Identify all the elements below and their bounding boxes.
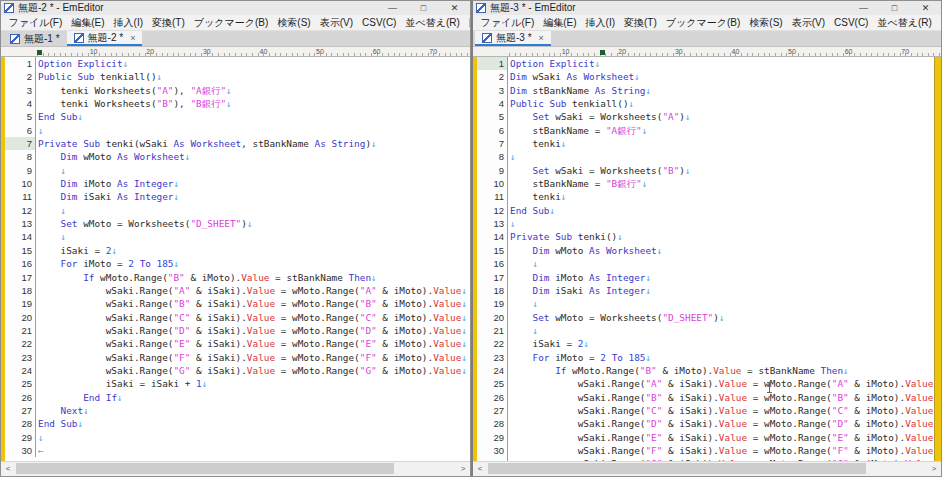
code-line: 24 wSaki.Range("G" & iSaki).Value = wMot… [1,364,470,377]
code-line: 30← [1,444,470,457]
scroll-right-arrow[interactable]: > [456,462,470,476]
code-text: wSaki.Range("E" & iSaki).Value = wMoto.R… [36,337,467,350]
menu-item[interactable]: 挿入(I) [109,15,147,30]
minimize-button[interactable]: — [848,1,879,15]
document-tab[interactable]: 無題-3 *× [475,31,551,46]
maximize-button[interactable]: □ [879,1,910,15]
linebreak-marker: ↓ [510,218,516,229]
line-number: 8 [499,150,504,163]
code-text: Dim wSaki As Worksheet↓ [508,70,640,83]
desktop: 無題-2 * - EmEditor — □ ✕ ファイル(F)編集(E)挿入(I… [0,0,942,477]
code-line: 25 iSaki = iSaki + 1↓ [1,377,470,390]
line-number: 20 [21,311,32,324]
maximize-button[interactable]: □ [408,1,439,15]
menu-item[interactable]: 検索(S) [745,15,787,30]
tab-close-icon[interactable]: × [130,33,135,43]
code-line: 9 ↓ [1,164,470,177]
line-number: 21 [493,324,504,337]
code-text: wSaki.Range("B" & iSaki).Value = wMoto.R… [508,391,939,404]
code-text: wSaki.Range("G" & iSaki).Value = wMoto.R… [36,364,467,377]
line-number-gutter: 9 [473,164,508,177]
titlebar[interactable]: 無題-3 * - EmEditor — □ ✕ [473,1,941,15]
line-number-gutter: 26 [473,391,508,404]
menu-item[interactable]: 編集(E) [539,15,581,30]
document-tab[interactable]: 無題-2 *× [67,31,143,46]
close-button[interactable]: ✕ [439,1,470,15]
line-number-gutter: 15 [1,244,36,257]
menu-item[interactable]: CSV(C) [358,15,401,30]
menu-item[interactable]: 変換(T) [148,15,190,30]
menu-item[interactable]: 比較(O) [464,15,471,30]
ruler-column-label: 40 [259,47,267,56]
linebreak-marker: ↓ [226,85,232,96]
code-text: Public Sub tenkiall()↓ [508,97,634,110]
horizontal-scrollbar[interactable]: < > [1,461,470,476]
close-button[interactable]: ✕ [910,1,941,15]
menu-item[interactable]: ブックマーク(B) [661,15,745,30]
code-text: wSaki.Range("F" & iSaki).Value = wMoto.R… [36,351,467,364]
line-number: 26 [493,391,504,404]
line-number: 18 [21,284,32,297]
tab-close-icon[interactable]: × [539,33,544,43]
code-editor-area[interactable]: 1Option Explicit↓2Dim wSaki As Worksheet… [473,57,941,461]
menu-item[interactable]: ファイル(F) [4,15,67,30]
scrollbar-thumb[interactable] [16,463,394,474]
linebreak-marker: ↓ [645,85,651,96]
code-line: 10 stBankName = "B銀行"↓ [473,177,941,190]
linebreak-marker: ↓ [173,178,179,189]
menu-item[interactable]: 比較(O) [936,15,942,30]
scroll-right-arrow[interactable]: > [927,462,941,476]
code-line: 9 Set wSaki = Worksheets("B")↓ [473,164,941,177]
line-number-gutter: 25 [473,377,508,390]
code-line: 6 stBankName = "A銀行"↓ [473,124,941,137]
line-number-gutter: 28 [1,417,36,430]
menu-item[interactable]: ファイル(F) [476,15,539,30]
menu-item[interactable]: 挿入(I) [581,15,619,30]
linebreak-marker: ↓ [719,312,725,323]
linebreak-marker: ↓ [843,365,849,376]
line-number: 27 [21,404,32,417]
line-number-gutter: 12 [473,204,508,217]
line-number: 5 [499,110,504,123]
code-editor-area[interactable]: 1Option Explicit↓2Public Sub tenkiall()↓… [1,57,470,461]
line-number: 22 [21,337,32,350]
line-number: 28 [493,417,504,430]
linebreak-marker: ↓ [461,298,467,309]
scrollbar-change-markers[interactable] [934,57,941,461]
line-number: 19 [21,297,32,310]
line-number: 20 [493,311,504,324]
minimize-button[interactable]: — [377,1,408,15]
menu-item[interactable]: 変換(T) [620,15,662,30]
line-number: 17 [21,271,32,284]
scrollbar-thumb[interactable] [488,463,866,474]
document-tab[interactable]: 無題-1 * [3,31,67,46]
emeditor-window-left: 無題-2 * - EmEditor — □ ✕ ファイル(F)編集(E)挿入(I… [0,0,471,477]
line-number: 12 [493,204,504,217]
menu-item[interactable]: 編集(E) [67,15,109,30]
line-number: 7 [499,137,504,150]
window-title: 無題-2 * - EmEditor [18,1,104,15]
line-number: 8 [27,150,32,163]
linebreak-marker: ↓ [617,231,623,242]
code-text: If wMoto.Range("B" & iMoto).Value = stBa… [36,271,377,284]
menu-item[interactable]: CSV(C) [830,15,873,30]
menu-item[interactable]: 並べ替え(R) [873,15,936,30]
line-number-gutter: 30 [1,444,36,457]
line-number-gutter: 18 [1,284,36,297]
line-number-gutter: 15 [473,244,508,257]
menu-item[interactable]: 並べ替え(R) [401,15,464,30]
menu-item[interactable]: ブックマーク(B) [189,15,273,30]
line-number-gutter: 24 [1,364,36,377]
titlebar[interactable]: 無題-2 * - EmEditor — □ ✕ [1,1,470,15]
scroll-left-arrow[interactable]: < [1,462,15,476]
scroll-left-arrow[interactable]: < [473,462,487,476]
line-number-gutter: 1 [1,57,36,70]
menu-item[interactable]: 検索(S) [273,15,315,30]
code-text: Private Sub tenki()↓ [508,230,623,243]
menu-item[interactable]: 表示(V) [315,15,357,30]
code-text: wSaki.Range("C" & iSaki).Value = wMoto.R… [508,404,939,417]
code-line: 14Private Sub tenki()↓ [473,230,941,243]
horizontal-scrollbar[interactable]: < > [473,461,941,476]
menu-item[interactable]: 表示(V) [787,15,829,30]
linebreak-marker: ↓ [61,231,67,242]
